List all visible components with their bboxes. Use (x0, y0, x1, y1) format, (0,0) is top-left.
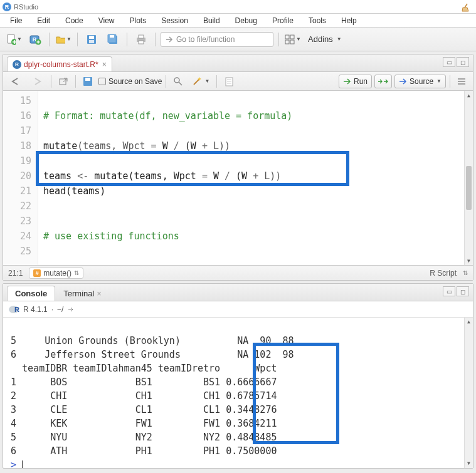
menu-edit[interactable]: Edit (31, 15, 56, 26)
run-button[interactable]: Run (339, 75, 372, 88)
rerun-button[interactable] (374, 75, 392, 88)
save-all-button[interactable] (104, 31, 122, 48)
save-button[interactable] (83, 31, 100, 48)
file-tab-label: dplyr-columns-start.R* (24, 60, 98, 69)
console-tab-strip: Console Terminal × ▭ ◻ (3, 284, 473, 301)
svg-rect-14 (285, 35, 289, 39)
rerun-icon (378, 78, 389, 85)
code-editor[interactable]: 15 16 17 18 19 20 21 22 23 24 25 # Forma… (3, 91, 473, 265)
console-scrollbar[interactable]: ▲ ▼ (464, 318, 473, 468)
menu-code[interactable]: Code (59, 15, 90, 26)
save-source-button[interactable] (80, 75, 96, 88)
scroll-up-icon[interactable]: ▲ (465, 318, 473, 326)
maximize-pane-button[interactable]: ◻ (457, 57, 469, 67)
minimize-pane-button[interactable]: ▭ (443, 57, 455, 67)
popout-button[interactable] (55, 75, 71, 88)
nav-back-button[interactable] (7, 75, 26, 88)
file-mode[interactable]: R Script (430, 269, 457, 278)
menu-debug[interactable]: Debug (229, 15, 263, 26)
grid-button[interactable]: ▼ (284, 31, 302, 48)
chevron-down-icon: ▼ (204, 78, 209, 84)
svg-rect-15 (290, 35, 294, 39)
svg-rect-18 (60, 79, 66, 85)
svg-rect-20 (85, 78, 90, 81)
nav-forward-button[interactable] (28, 75, 47, 88)
function-icon: # (33, 269, 41, 277)
source-button[interactable]: Source ▼ (394, 75, 446, 88)
separator (155, 33, 156, 46)
addins-menu[interactable]: Addins ▼ (305, 34, 344, 44)
menu-build[interactable]: Build (197, 15, 226, 26)
separator (216, 75, 217, 88)
find-button[interactable] (170, 75, 186, 88)
open-file-button[interactable]: ▼ (55, 31, 72, 48)
code-content[interactable]: # Format: mutate(df, new_variable = form… (38, 91, 473, 265)
scroll-thumb[interactable] (466, 166, 472, 210)
tab-console[interactable]: Console (7, 286, 55, 301)
window-title: RStudio (14, 3, 38, 11)
menu-plots[interactable]: Plots (124, 15, 153, 26)
section-navigator[interactable]: # mutate() ⇅ (29, 268, 83, 279)
line-gutter: 15 16 17 18 19 20 21 22 23 24 25 (3, 91, 38, 265)
source-pane: R dplyr-columns-start.R* × ▭ ◻ Source on… (3, 54, 473, 281)
checkbox-icon (98, 78, 106, 85)
scroll-down-icon[interactable]: ▼ (465, 459, 473, 468)
outline-icon (457, 78, 466, 85)
r-file-icon: R (13, 60, 21, 69)
popout-icon (58, 77, 68, 86)
console-output[interactable]: 5 Union Grounds (Brooklyn) NA 90 88 6 Je… (3, 318, 473, 468)
pane-window-controls: ▭ ◻ (443, 57, 469, 67)
menu-session[interactable]: Session (155, 15, 194, 26)
cursor-position: 21:1 (8, 269, 23, 278)
source-arrow-icon (399, 78, 408, 85)
scroll-down-icon[interactable]: ▼ (465, 256, 473, 265)
svg-point-21 (174, 78, 179, 83)
pane-window-controls: ▭ ◻ (443, 286, 469, 296)
menu-help[interactable]: Help (335, 15, 363, 26)
maximize-pane-button[interactable]: ◻ (457, 286, 469, 296)
menu-view[interactable]: View (92, 15, 121, 26)
chevron-down-icon: ▼ (296, 36, 301, 42)
goto-file-input[interactable]: Go to file/function (161, 32, 273, 47)
broom-icon (461, 3, 471, 13)
save-icon (83, 76, 93, 86)
goto-arrow-icon (165, 35, 174, 44)
editor-scrollbar[interactable]: ▲ ▼ (464, 91, 473, 265)
notebook-icon (224, 76, 234, 86)
separator (75, 75, 76, 88)
working-dir: ~/ (57, 305, 63, 314)
file-tab-active[interactable]: R dplyr-columns-start.R* × (7, 56, 112, 71)
wand-icon (192, 76, 203, 86)
save-icon (87, 34, 97, 44)
menu-tools[interactable]: Tools (302, 15, 332, 26)
arrow-right-icon (31, 77, 44, 86)
notebook-button[interactable] (221, 75, 237, 88)
menu-profile[interactable]: Profile (266, 15, 300, 26)
save-all-icon (107, 34, 119, 45)
source-on-save-toggle[interactable]: Source on Save (98, 77, 162, 86)
close-icon[interactable]: × (97, 289, 101, 298)
new-file-icon (6, 33, 16, 46)
new-file-button[interactable]: ▼ (5, 31, 23, 48)
minimize-pane-button[interactable]: ▭ (443, 286, 455, 296)
new-project-button[interactable]: R (26, 31, 44, 48)
clear-console-button[interactable] (461, 3, 471, 13)
separator (77, 33, 78, 46)
svg-rect-7 (89, 40, 94, 43)
console-header: R R 4.1.1 · ~/ (3, 301, 473, 318)
menu-file[interactable]: File (4, 15, 28, 26)
menubar: File Edit Code View Plots Session Build … (0, 14, 476, 28)
separator (278, 33, 279, 46)
cursor (22, 460, 23, 469)
svg-rect-16 (285, 40, 289, 44)
outline-button[interactable] (454, 75, 469, 88)
print-button[interactable] (132, 31, 150, 48)
scroll-up-icon[interactable]: ▲ (465, 91, 473, 100)
close-icon[interactable]: × (102, 60, 107, 69)
separator (450, 75, 450, 88)
tab-terminal[interactable]: Terminal × (55, 286, 109, 301)
editor-toolbar: Source on Save ▼ Run Source ▼ (3, 72, 473, 91)
wand-button[interactable]: ▼ (189, 75, 213, 88)
wd-arrow-icon[interactable] (67, 306, 75, 313)
separator (166, 75, 166, 88)
